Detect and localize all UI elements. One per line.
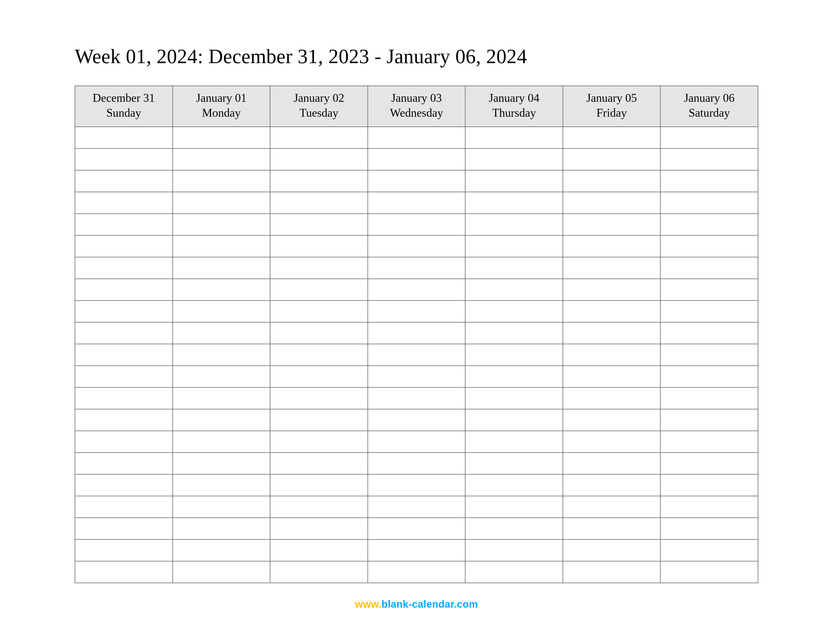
calendar-cell[interactable] <box>465 127 563 148</box>
calendar-cell[interactable] <box>465 518 563 539</box>
calendar-cell[interactable] <box>173 474 270 496</box>
calendar-cell[interactable] <box>173 387 270 409</box>
calendar-cell[interactable] <box>465 170 563 192</box>
calendar-cell[interactable] <box>660 170 758 192</box>
calendar-cell[interactable] <box>75 518 173 539</box>
calendar-cell[interactable] <box>173 279 270 301</box>
calendar-cell[interactable] <box>465 496 563 518</box>
calendar-cell[interactable] <box>660 431 758 452</box>
calendar-cell[interactable] <box>173 518 270 539</box>
calendar-cell[interactable] <box>563 474 661 496</box>
calendar-cell[interactable] <box>563 496 661 518</box>
calendar-cell[interactable] <box>173 257 270 279</box>
calendar-cell[interactable] <box>173 452 270 474</box>
calendar-cell[interactable] <box>75 214 173 235</box>
calendar-cell[interactable] <box>563 518 661 539</box>
calendar-cell[interactable] <box>270 474 368 496</box>
calendar-cell[interactable] <box>563 148 661 170</box>
calendar-cell[interactable] <box>563 301 661 322</box>
calendar-cell[interactable] <box>173 344 270 366</box>
calendar-cell[interactable] <box>270 366 368 387</box>
calendar-cell[interactable] <box>563 127 661 148</box>
calendar-cell[interactable] <box>270 496 368 518</box>
calendar-cell[interactable] <box>465 148 563 170</box>
calendar-cell[interactable] <box>270 257 368 279</box>
calendar-cell[interactable] <box>173 561 270 583</box>
calendar-cell[interactable] <box>368 539 465 561</box>
calendar-cell[interactable] <box>563 366 661 387</box>
calendar-cell[interactable] <box>173 409 270 431</box>
calendar-cell[interactable] <box>465 387 563 409</box>
calendar-cell[interactable] <box>270 431 368 452</box>
calendar-cell[interactable] <box>75 192 173 214</box>
calendar-cell[interactable] <box>563 257 661 279</box>
calendar-cell[interactable] <box>660 496 758 518</box>
calendar-cell[interactable] <box>368 301 465 322</box>
calendar-cell[interactable] <box>173 539 270 561</box>
calendar-cell[interactable] <box>660 452 758 474</box>
calendar-cell[interactable] <box>660 539 758 561</box>
calendar-cell[interactable] <box>563 170 661 192</box>
calendar-cell[interactable] <box>660 474 758 496</box>
calendar-cell[interactable] <box>75 409 173 431</box>
calendar-cell[interactable] <box>270 279 368 301</box>
calendar-cell[interactable] <box>75 322 173 344</box>
calendar-cell[interactable] <box>660 127 758 148</box>
calendar-cell[interactable] <box>75 474 173 496</box>
calendar-cell[interactable] <box>75 301 173 322</box>
calendar-cell[interactable] <box>465 409 563 431</box>
calendar-cell[interactable] <box>173 235 270 257</box>
calendar-cell[interactable] <box>75 279 173 301</box>
calendar-cell[interactable] <box>368 192 465 214</box>
calendar-cell[interactable] <box>465 452 563 474</box>
calendar-cell[interactable] <box>368 322 465 344</box>
calendar-cell[interactable] <box>173 148 270 170</box>
calendar-cell[interactable] <box>270 301 368 322</box>
calendar-cell[interactable] <box>75 235 173 257</box>
calendar-cell[interactable] <box>270 452 368 474</box>
calendar-cell[interactable] <box>270 387 368 409</box>
calendar-cell[interactable] <box>75 539 173 561</box>
calendar-cell[interactable] <box>563 409 661 431</box>
calendar-cell[interactable] <box>660 344 758 366</box>
calendar-cell[interactable] <box>75 561 173 583</box>
calendar-cell[interactable] <box>660 322 758 344</box>
calendar-cell[interactable] <box>75 127 173 148</box>
calendar-cell[interactable] <box>75 496 173 518</box>
calendar-cell[interactable] <box>465 301 563 322</box>
calendar-cell[interactable] <box>563 431 661 452</box>
calendar-cell[interactable] <box>563 214 661 235</box>
calendar-cell[interactable] <box>368 344 465 366</box>
calendar-cell[interactable] <box>660 235 758 257</box>
calendar-cell[interactable] <box>368 452 465 474</box>
calendar-cell[interactable] <box>270 518 368 539</box>
calendar-cell[interactable] <box>660 366 758 387</box>
calendar-cell[interactable] <box>368 235 465 257</box>
calendar-cell[interactable] <box>465 561 563 583</box>
calendar-cell[interactable] <box>563 235 661 257</box>
calendar-cell[interactable] <box>270 561 368 583</box>
calendar-cell[interactable] <box>173 496 270 518</box>
calendar-cell[interactable] <box>465 235 563 257</box>
calendar-cell[interactable] <box>75 148 173 170</box>
calendar-cell[interactable] <box>368 148 465 170</box>
calendar-cell[interactable] <box>75 344 173 366</box>
calendar-cell[interactable] <box>173 431 270 452</box>
calendar-cell[interactable] <box>173 170 270 192</box>
calendar-cell[interactable] <box>368 279 465 301</box>
calendar-cell[interactable] <box>173 214 270 235</box>
calendar-cell[interactable] <box>563 279 661 301</box>
calendar-cell[interactable] <box>465 257 563 279</box>
calendar-cell[interactable] <box>465 344 563 366</box>
calendar-cell[interactable] <box>270 127 368 148</box>
calendar-cell[interactable] <box>173 127 270 148</box>
calendar-cell[interactable] <box>465 279 563 301</box>
calendar-cell[interactable] <box>660 409 758 431</box>
calendar-cell[interactable] <box>563 387 661 409</box>
calendar-cell[interactable] <box>75 387 173 409</box>
calendar-cell[interactable] <box>660 192 758 214</box>
calendar-cell[interactable] <box>270 192 368 214</box>
calendar-cell[interactable] <box>270 322 368 344</box>
calendar-cell[interactable] <box>368 474 465 496</box>
calendar-cell[interactable] <box>660 257 758 279</box>
